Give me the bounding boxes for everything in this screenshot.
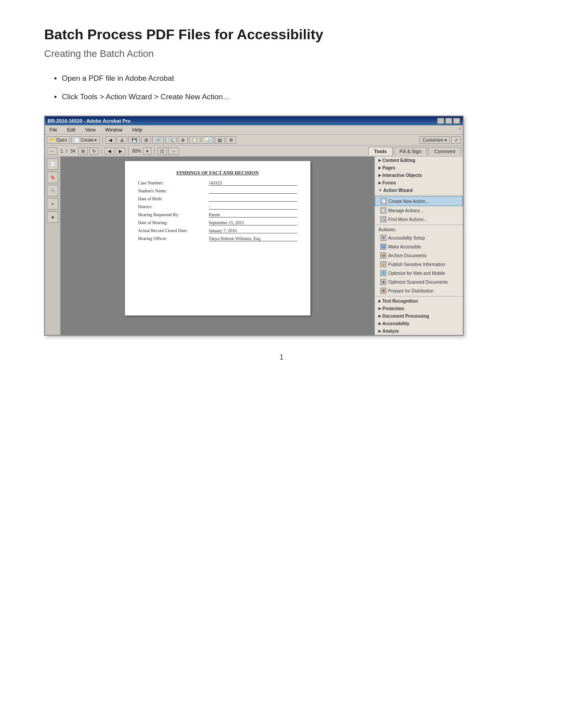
menu-help[interactable]: Help [129, 126, 145, 133]
pdf-row-2: Date of Birth: [138, 196, 297, 202]
action-prepare-distribution[interactable]: 📤 Prepare for Distribution [375, 286, 463, 295]
arrow-icon: ▶ [378, 166, 381, 170]
pdf-row-5: Date of Hearing: September 15, 2015 [138, 220, 297, 225]
toolbar-icon3[interactable]: ⊞ [141, 136, 151, 144]
panel-analyze[interactable]: ▶ Analyze [375, 327, 463, 335]
separator3 [128, 146, 128, 155]
action-archive-documents[interactable]: 📦 Archive Documents [375, 251, 463, 260]
arrow-icon: ▶ [378, 314, 381, 318]
separator [102, 135, 103, 144]
panel-text-recognition[interactable]: ▶ Text Recognition [375, 297, 463, 305]
minimize-button[interactable]: _ [437, 118, 444, 124]
save-icon[interactable]: 💾 [128, 136, 140, 144]
action-publish-sensitive[interactable]: 🔒 Publish Sensitive Information [375, 260, 463, 269]
page-number: 1 [280, 353, 283, 361]
arrow-icon: ▶ [378, 322, 381, 326]
panel-section-pages[interactable]: ▶ Pages [375, 164, 463, 172]
panel-section-interactive-objects[interactable]: ▶ Interactive Objects [375, 172, 463, 179]
toolbar-icon4[interactable]: 🔗 [152, 136, 164, 144]
toolbar2-right: Tools Fill & Sign Comment [368, 147, 461, 155]
sidebar-nav-icon[interactable]: ◈ [47, 211, 58, 223]
close-x[interactable]: × [458, 126, 461, 133]
menu-view[interactable]: View [83, 126, 98, 133]
divider3 [375, 296, 463, 296]
menu-file[interactable]: File [47, 126, 60, 133]
tab-tools[interactable]: Tools [368, 147, 393, 155]
toolbar-row1: 📂 Open 📄 Create ▾ ◀ 🖨 💾 ⊞ 🔗 🔍 ⊕ 📋 📊 ▤ ⚙ … [45, 135, 463, 146]
left-sidebar: 📄 🔖 📎 ≡ ◈ [45, 157, 60, 335]
divider2 [375, 225, 463, 225]
manage-actions-item[interactable]: 📋 Manage Actions... [375, 206, 463, 215]
pdf-doc-title: FINDINGS OF FACT AND DECISION [138, 170, 297, 175]
pdf-label-4: Hearing Requested By: [138, 212, 209, 218]
arrow-icon: ▶ [378, 299, 381, 303]
arrow-icon: ▶ [378, 307, 381, 311]
action-optimize-scanned[interactable]: 🖥 Optimize Scanned Documents [375, 278, 463, 286]
separator2 [102, 146, 102, 155]
customize-button[interactable]: Customize ▾ [419, 136, 450, 144]
print-icon[interactable]: 🖨 [117, 136, 127, 144]
find-more-actions-item[interactable]: 🔍 Find More Actions... [375, 215, 463, 224]
dropdown-arrow-icon: ▾ [94, 138, 97, 143]
toolbar-icon6[interactable]: ⊕ [178, 136, 188, 144]
sidebar-pages-icon[interactable]: 📄 [47, 158, 58, 170]
action-icon-4: 🌐 [380, 270, 386, 276]
action-optimize-web[interactable]: 🌐 Optimize for Web and Mobile [375, 269, 463, 278]
toolbar-left: 📂 Open 📄 Create ▾ ◀ 🖨 💾 ⊞ 🔗 🔍 ⊕ 📋 📊 ▤ ⚙ [47, 135, 236, 144]
fit-width-btn[interactable]: ↔ [168, 147, 179, 155]
sidebar-bookmark-icon[interactable]: 🔖 [47, 172, 58, 183]
expand-button[interactable]: ⤢ [451, 136, 461, 144]
pdf-value-7: Tanya Hobson Williams, Esq. [209, 236, 297, 241]
pdf-label-7: Hearing Officer: [138, 236, 209, 241]
toolbar-icon9[interactable]: ▤ [215, 136, 225, 144]
manage-action-icon: 📋 [380, 207, 386, 214]
arrow-icon: ▼ [378, 188, 382, 192]
toolbar-icon10[interactable]: ⚙ [226, 136, 236, 144]
pdf-row-4: Hearing Requested By: Parent [138, 212, 297, 218]
pdf-label-5: Date of Hearing: [138, 220, 209, 225]
pdf-row-0: Case Number: 143323 [138, 180, 297, 186]
zoom-dropdown[interactable]: ▾ [143, 147, 151, 155]
title-bar-controls: _ □ × [437, 118, 460, 124]
arrow-back-btn[interactable]: ← [47, 147, 57, 155]
toolbar-icon5[interactable]: 🔍 [165, 136, 177, 144]
next-page-btn[interactable]: ▶ [116, 147, 125, 155]
panel-section-action-wizard[interactable]: ▼ Action Wizard [375, 187, 463, 194]
fit-page-btn[interactable]: ⊡ [157, 147, 167, 155]
open-button[interactable]: 📂 Open [47, 136, 70, 144]
toolbar-icon7[interactable]: 📋 [189, 136, 200, 144]
list-item: Open a PDF file in Adobe Acrobat [62, 73, 519, 84]
panel-protection[interactable]: ▶ Protection [375, 305, 463, 312]
back-button[interactable]: ◀ [106, 136, 115, 144]
instructions-list: Open a PDF file in Adobe Acrobat Click T… [44, 73, 519, 102]
action-accessibility-setup[interactable]: ⚙ Accessibility Setup [375, 233, 463, 242]
open-icon: 📂 [50, 138, 55, 143]
panel-accessibility[interactable]: ▶ Accessibility [375, 320, 463, 327]
tab-comment[interactable]: Comment [428, 147, 461, 155]
sidebar-layers-icon[interactable]: ≡ [47, 198, 58, 210]
sidebar-attach-icon[interactable]: 📎 [47, 185, 58, 196]
tab-fill-sign[interactable]: Fill & Sign [394, 147, 427, 155]
close-button[interactable]: × [453, 118, 460, 124]
rotate-btn[interactable]: ↻ [89, 147, 99, 155]
list-item: Click Tools > Action Wizard > Create New… [62, 91, 519, 103]
find-more-icon: 🔍 [380, 216, 386, 222]
pdf-label-0: Case Number: [138, 180, 209, 186]
panel-document-processing[interactable]: ▶ Document Processing [375, 312, 463, 320]
prev-page-btn[interactable]: ◀ [105, 147, 114, 155]
create-button[interactable]: 📄 Create ▾ [71, 136, 100, 144]
pdf-row-7: Hearing Officer: Tanya Hobson Williams, … [138, 236, 297, 241]
separator4 [154, 146, 155, 155]
panel-section-forms[interactable]: ▶ Forms [375, 179, 463, 187]
page-thumb-btn[interactable]: ⊞ [78, 147, 88, 155]
pdf-value-2 [209, 196, 297, 202]
action-make-accessible[interactable]: ♿ Make Accessible [375, 242, 463, 251]
zoom-level: 80% [131, 149, 142, 154]
create-new-action-item[interactable]: 📄 Create New Action... [375, 196, 463, 206]
menu-window[interactable]: Window [102, 126, 125, 133]
menu-edit[interactable]: Edit [64, 126, 78, 133]
maximize-button[interactable]: □ [445, 118, 452, 124]
toolbar-icon8[interactable]: 📊 [202, 136, 213, 144]
panel-section-content-editing[interactable]: ▶ Content Editing [375, 157, 463, 164]
toolbar2-left: ← 1 / 34 ⊞ ↻ ◀ ▶ 80% ▾ ⊡ ↔ [47, 146, 179, 155]
